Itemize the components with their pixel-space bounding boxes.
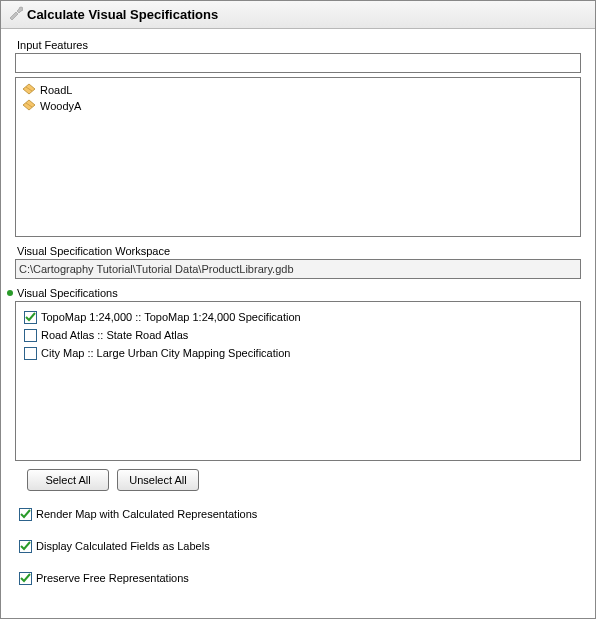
option-item[interactable]: Render Map with Calculated Representatio…	[19, 505, 581, 523]
checkbox[interactable]	[19, 540, 32, 553]
dialog-title: Calculate Visual Specifications	[27, 7, 218, 22]
dialog-content: Input Features RoadLWoodyA Visual Specif…	[1, 29, 595, 618]
spec-item[interactable]: TopoMap 1:24,000 :: TopoMap 1:24,000 Spe…	[24, 308, 572, 326]
list-item[interactable]: RoadL	[22, 82, 574, 98]
spec-button-row: Select All Unselect All	[27, 469, 581, 491]
workspace-label: Visual Specification Workspace	[15, 245, 581, 257]
dialog-window: Calculate Visual Specifications Input Fe…	[0, 0, 596, 619]
checkbox[interactable]	[24, 329, 37, 342]
visual-specs-list[interactable]: TopoMap 1:24,000 :: TopoMap 1:24,000 Spe…	[15, 301, 581, 461]
input-features-field[interactable]	[15, 53, 581, 73]
option-item[interactable]: Display Calculated Fields as Labels	[19, 537, 581, 555]
spec-item-label: TopoMap 1:24,000 :: TopoMap 1:24,000 Spe…	[41, 311, 301, 323]
unselect-all-button[interactable]: Unselect All	[117, 469, 199, 491]
spec-item[interactable]: City Map :: Large Urban City Mapping Spe…	[24, 344, 572, 362]
option-item-label: Preserve Free Representations	[36, 572, 189, 584]
visual-specs-label-text: Visual Specifications	[17, 287, 118, 299]
tool-icon	[7, 5, 23, 24]
option-item[interactable]: Preserve Free Representations	[19, 569, 581, 587]
visual-specs-label: Visual Specifications	[5, 287, 581, 299]
spec-item[interactable]: Road Atlas :: State Road Atlas	[24, 326, 572, 344]
titlebar: Calculate Visual Specifications	[1, 1, 595, 29]
checkbox[interactable]	[24, 311, 37, 324]
checkbox[interactable]	[24, 347, 37, 360]
options-group: Render Map with Calculated Representatio…	[15, 505, 581, 587]
select-all-button[interactable]: Select All	[27, 469, 109, 491]
workspace-path[interactable]: C:\Cartography Tutorial\Tutorial Data\Pr…	[15, 259, 581, 279]
bullet-icon	[7, 290, 13, 296]
list-item[interactable]: WoodyA	[22, 98, 574, 114]
checkbox[interactable]	[19, 572, 32, 585]
list-item-label: RoadL	[40, 84, 72, 96]
spec-item-label: Road Atlas :: State Road Atlas	[41, 329, 188, 341]
option-item-label: Display Calculated Fields as Labels	[36, 540, 210, 552]
feature-class-icon	[22, 83, 36, 97]
list-item-label: WoodyA	[40, 100, 81, 112]
checkbox[interactable]	[19, 508, 32, 521]
input-features-label: Input Features	[15, 39, 581, 51]
input-features-list[interactable]: RoadLWoodyA	[15, 77, 581, 237]
feature-class-icon	[22, 99, 36, 113]
spec-item-label: City Map :: Large Urban City Mapping Spe…	[41, 347, 290, 359]
option-item-label: Render Map with Calculated Representatio…	[36, 508, 257, 520]
